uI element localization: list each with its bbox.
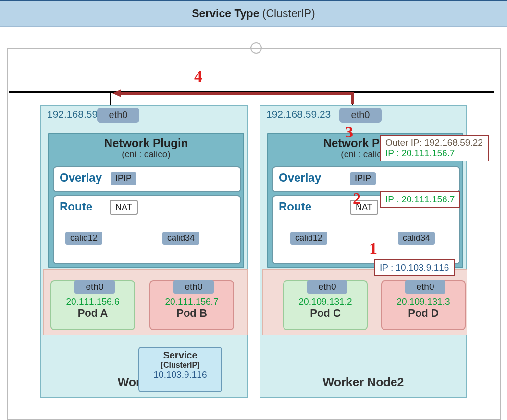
node1-eth0: eth0 (97, 108, 139, 123)
node2-title: Worker Node2 (260, 375, 466, 389)
pod-d-name: Pod D (382, 307, 465, 320)
callout-2: IP : 20.111.156.7 (380, 191, 460, 208)
node2-route-label: Route (279, 200, 311, 213)
node1-plugin-title: Network Plugin (49, 136, 243, 150)
service-title: Service (139, 350, 221, 361)
node1-ipip: IPIP (111, 172, 136, 185)
pod-a-ip: 20.111.156.6 (51, 296, 134, 307)
network-bus (9, 91, 494, 93)
pod-d-eth0: eth0 (405, 280, 445, 294)
pod-b-eth0: eth0 (173, 280, 214, 294)
pod-b: eth0 20.111.156.7 Pod B (149, 280, 234, 330)
step-4: 4 (194, 67, 202, 86)
callout-1: IP : 10.103.9.116 (374, 259, 455, 276)
pod-c-eth0: eth0 (307, 280, 347, 294)
node1-calid34: calid34 (162, 232, 199, 245)
callout-3-ip: IP : 20.111.156.7 (385, 148, 483, 159)
callout-3-outer: Outer IP: 192.168.59.22 (385, 137, 483, 148)
node1-plugin-sub: (cni : calico) (49, 149, 243, 160)
pod-c-ip: 20.109.131.2 (284, 296, 367, 307)
service-ip: 10.103.9.116 (139, 370, 221, 380)
node1-calid12: calid12 (65, 232, 102, 245)
step-1: 1 (369, 239, 377, 258)
node2-overlay-label: Overlay (279, 171, 321, 185)
node2-calid12: calid12 (290, 232, 327, 245)
node1-overlay-label: Overlay (60, 171, 102, 185)
node1-nat: NAT (110, 200, 138, 215)
title-rest: (ClusterIP) (259, 7, 315, 20)
pod-b-name: Pod B (150, 307, 233, 320)
node2-overlay-panel: Overlay IPIP (272, 166, 460, 192)
pod-a-name: Pod A (51, 307, 134, 320)
node1-route-panel: Route NAT calid12 calid34 (53, 195, 241, 264)
node2-calid34: calid34 (398, 232, 435, 245)
callout-1-text: IP : 10.103.9.116 (380, 262, 449, 272)
pod-c-name: Pod C (284, 307, 367, 320)
callout-3: Outer IP: 192.168.59.22 IP : 20.111.156.… (380, 135, 489, 161)
service-box: Service [ClusterIP] 10.103.9.116 (138, 347, 222, 392)
node1-route-label: Route (60, 200, 92, 213)
step-2: 2 (353, 189, 361, 208)
pod-a-eth0: eth0 (74, 280, 115, 294)
node2-eth0: eth0 (339, 108, 382, 123)
callout-2-text: IP : 20.111.156.7 (385, 194, 455, 204)
node1-plugin: Network Plugin (cni : calico) Overlay IP… (48, 133, 244, 268)
node1-overlay-panel: Overlay IPIP (53, 166, 241, 192)
pod-b-ip: 20.111.156.7 (150, 296, 233, 307)
service-type: [ClusterIP] (139, 361, 221, 370)
node2-ip: 192.168.59.23 (266, 109, 331, 120)
pod-d: eth0 20.109.131.3 Pod D (381, 280, 466, 330)
pod-c: eth0 20.109.131.2 Pod C (283, 280, 368, 330)
pod-a: eth0 20.111.156.6 Pod A (50, 280, 135, 330)
node2-pod-strip: eth0 20.109.131.2 Pod C eth0 20.109.131.… (262, 269, 467, 335)
title-bold: Service Type (192, 7, 259, 20)
node2-ipip: IPIP (350, 172, 376, 185)
step-3: 3 (345, 123, 353, 141)
node1-pod-strip: eth0 20.111.156.6 Pod A eth0 20.111.156.… (43, 269, 248, 335)
title-bar: Service Type (ClusterIP) (0, 0, 507, 27)
pod-d-ip: 20.109.131.3 (382, 296, 465, 307)
